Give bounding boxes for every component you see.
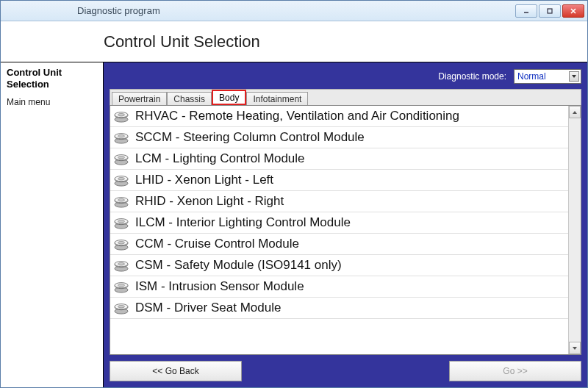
- go-button[interactable]: Go >>: [449, 361, 581, 381]
- module-row[interactable]: RHID - Xenon Light - Right: [110, 191, 568, 212]
- module-row[interactable]: CSM - Safety Module (ISO9141 only): [110, 255, 568, 276]
- ecu-icon: [113, 131, 129, 144]
- ecu-icon: [113, 259, 129, 272]
- workarea: Diagnostic mode: Normal Powertrain Chass…: [104, 62, 587, 387]
- module-label: DSM - Driver Seat Module: [135, 301, 281, 315]
- close-icon: [570, 7, 577, 15]
- module-row[interactable]: ILCM - Interior Lighting Control Module: [110, 212, 568, 234]
- ecu-icon: [113, 109, 129, 123]
- module-row[interactable]: SCCM - Steering Column Control Module: [110, 127, 568, 148]
- module-row[interactable]: LHID - Xenon Light - Left: [110, 170, 568, 191]
- scrollbar[interactable]: [568, 106, 581, 354]
- module-row[interactable]: LCM - Lighting Control Module: [110, 148, 568, 170]
- page-title: Control Unit Selection: [104, 32, 260, 51]
- ecu-icon: [113, 280, 129, 293]
- diagnostic-mode-label: Diagnostic mode:: [438, 71, 506, 82]
- ecu-icon: [113, 173, 129, 187]
- svg-point-20: [118, 177, 125, 180]
- tab-body[interactable]: Body: [212, 90, 246, 105]
- module-row[interactable]: DSM - Driver Seat Module: [110, 298, 568, 319]
- module-label: RHID - Xenon Light - Right: [135, 194, 284, 209]
- chevron-down-icon: [569, 71, 579, 82]
- maximize-icon: [546, 7, 553, 15]
- module-label: LHID - Xenon Light - Left: [135, 173, 273, 187]
- module-label: LCM - Lighting Control Module: [135, 151, 305, 166]
- app-icon: [7, 5, 18, 17]
- svg-point-28: [118, 220, 125, 223]
- module-row[interactable]: RHVAC - Remote Heating, Ventilation and …: [110, 106, 568, 127]
- tab-chassis[interactable]: Chassis: [167, 92, 212, 106]
- tabstrip: Powertrain Chassis Body Infotainment: [110, 89, 581, 105]
- module-label: RHVAC - Remote Heating, Ventilation and …: [135, 109, 459, 123]
- minimize-icon: [523, 7, 530, 15]
- diagnostic-mode-value: Normal: [517, 71, 546, 82]
- window-title: Diagnostic program: [77, 5, 515, 16]
- close-button[interactable]: [562, 4, 584, 18]
- svg-point-36: [118, 262, 125, 265]
- scroll-track[interactable]: [569, 118, 581, 342]
- scroll-down-button[interactable]: [569, 342, 581, 354]
- svg-marker-4: [572, 75, 576, 78]
- svg-point-44: [118, 305, 125, 308]
- go-back-button[interactable]: << Go Back: [110, 361, 242, 381]
- svg-marker-45: [573, 111, 577, 114]
- ecu-icon: [113, 195, 129, 208]
- module-list: RHVAC - Remote Heating, Ventilation and …: [110, 105, 581, 355]
- svg-point-32: [118, 241, 125, 244]
- minimize-button[interactable]: [515, 4, 537, 18]
- sidebar-current: Control Unit Selection: [7, 67, 97, 90]
- chevron-down-icon: [572, 345, 578, 351]
- diagnostic-mode-select[interactable]: Normal: [514, 69, 581, 84]
- module-label: SCCM - Steering Column Control Module: [135, 130, 365, 145]
- sidebar-main-menu[interactable]: Main menu: [7, 97, 97, 107]
- svg-rect-1: [548, 9, 552, 13]
- module-label: CSM - Safety Module (ISO9141 only): [135, 258, 342, 273]
- svg-point-24: [118, 198, 125, 201]
- module-row[interactable]: ISM - Intrusion Sensor Module: [110, 276, 568, 298]
- svg-point-8: [118, 113, 125, 116]
- module-label: ILCM - Interior Lighting Control Module: [135, 215, 351, 230]
- module-row[interactable]: CCM - Cruise Control Module: [110, 234, 568, 255]
- module-label: ISM - Intrusion Sensor Module: [135, 279, 304, 294]
- tab-infotainment[interactable]: Infotainment: [246, 92, 308, 106]
- scroll-up-button[interactable]: [569, 106, 581, 118]
- svg-marker-46: [573, 347, 577, 350]
- tab-powertrain[interactable]: Powertrain: [112, 92, 167, 106]
- svg-point-16: [118, 156, 125, 159]
- ecu-icon: [113, 216, 129, 229]
- ecu-icon: [113, 152, 129, 165]
- ecu-icon: [113, 237, 129, 251]
- sidebar: Control Unit Selection Main menu: [1, 62, 104, 387]
- module-label: CCM - Cruise Control Module: [135, 237, 299, 251]
- ecu-icon: [113, 301, 129, 315]
- chevron-up-icon: [572, 109, 578, 115]
- window-titlebar: Diagnostic program: [1, 1, 587, 21]
- svg-point-40: [118, 284, 125, 287]
- page-header: Control Unit Selection: [1, 21, 587, 62]
- svg-point-12: [118, 134, 125, 137]
- maximize-button[interactable]: [539, 4, 561, 18]
